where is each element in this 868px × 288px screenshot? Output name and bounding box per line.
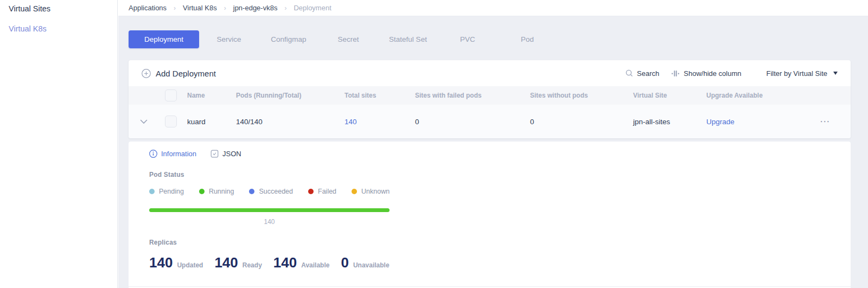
breadcrumb: Applications › Virtual K8s › jpn-edge-vk… — [118, 0, 868, 16]
pending-dot-icon — [149, 189, 155, 194]
show-hide-column-button[interactable]: Show/hide column — [671, 69, 741, 78]
stat-label: Updated — [177, 261, 203, 269]
sidebar-item-virtual-sites[interactable]: Virtual Sites — [9, 4, 108, 13]
search-label: Search — [637, 69, 659, 78]
tab-pod[interactable]: Pod — [497, 30, 557, 48]
column-name: Name — [183, 92, 232, 99]
tab-deployment[interactable]: Deployment — [129, 30, 199, 48]
sidebar: Virtual Sites Virtual K8s — [0, 0, 118, 288]
resource-tabs: Deployment Service Configmap Secret Stat… — [118, 30, 868, 48]
show-hide-column-label: Show/hide column — [684, 69, 741, 78]
cell-virtual-site: jpn-all-sites — [629, 118, 702, 126]
legend-label: Succeeded — [259, 188, 293, 195]
legend-item-unknown: Unknown — [352, 188, 390, 195]
tab-configmap[interactable]: Configmap — [259, 30, 318, 48]
stat-value: 140 — [273, 254, 297, 271]
circled-plus-icon — [142, 69, 151, 78]
column-sites-without: Sites without pods — [526, 92, 629, 99]
legend-item-pending: Pending — [149, 188, 184, 195]
cell-name: kuard — [183, 118, 232, 126]
row-expand-toggle[interactable] — [140, 119, 148, 124]
tab-service[interactable]: Service — [199, 30, 259, 48]
tab-stateful-set[interactable]: Stateful Set — [378, 30, 438, 48]
detail-tab-information[interactable]: Information — [149, 150, 196, 158]
info-circle-icon — [149, 150, 157, 158]
breadcrumb-virtual-k8s[interactable]: Virtual K8s — [183, 4, 217, 12]
table-row: kuard 140/140 140 0 0 jpn-all-sites Upgr… — [129, 105, 851, 138]
deployment-table-card: Add Deployment Search — [129, 60, 851, 138]
replicas-stats: 140 Updated 140 Ready 140 Available 0 Un… — [149, 254, 838, 271]
detail-tab-json[interactable]: JSON — [210, 150, 241, 158]
failed-dot-icon — [308, 189, 314, 194]
tab-pvc[interactable]: PVC — [438, 30, 497, 48]
add-deployment-label: Add Deployment — [156, 69, 216, 78]
pod-status-bar-wrap: 140 — [149, 208, 390, 226]
pod-status-legend: Pending Running Succeeded Failed Unknown — [149, 188, 838, 195]
unknown-dot-icon — [352, 189, 357, 194]
legend-label: Unknown — [361, 188, 390, 195]
table-toolbar: Add Deployment Search — [129, 60, 851, 86]
search-button[interactable]: Search — [626, 69, 659, 78]
pod-status-bar — [149, 208, 390, 212]
row-actions-menu[interactable]: ⋯ — [783, 119, 851, 124]
app-root: Virtual Sites Virtual K8s Applications ›… — [0, 0, 868, 288]
detail-divider — [129, 286, 851, 287]
legend-label: Pending — [159, 188, 184, 195]
chevron-down-icon — [140, 119, 148, 124]
stat-unavailable: 0 Unavailable — [341, 254, 389, 271]
filter-by-virtual-site-dropdown[interactable]: Filter by Virtual Site — [767, 69, 838, 78]
stat-available: 140 Available — [273, 254, 330, 271]
legend-label: Failed — [318, 188, 336, 195]
breadcrumb-deployment: Deployment — [293, 4, 331, 12]
stat-updated: 140 Updated — [149, 254, 203, 271]
detail-tab-information-label: Information — [161, 150, 196, 158]
table-tools: Search Show/hide column — [626, 69, 838, 78]
replicas-title: Replicas — [149, 239, 838, 246]
main-content: Applications › Virtual K8s › jpn-edge-vk… — [118, 0, 868, 288]
stat-value: 0 — [341, 254, 348, 271]
document-icon — [210, 150, 219, 158]
triangle-down-icon — [833, 72, 838, 75]
cell-total-sites-link[interactable]: 140 — [340, 118, 411, 126]
breadcrumb-separator-icon: › — [174, 4, 176, 12]
ellipsis-icon: ⋯ — [820, 116, 831, 127]
upgrade-link[interactable]: Upgrade — [702, 118, 783, 126]
running-dot-icon — [199, 189, 205, 194]
column-pods: Pods (Running/Total) — [232, 92, 340, 99]
pod-status-bar-value: 140 — [149, 218, 390, 226]
column-sites-failed: Sites with failed pods — [411, 92, 526, 99]
table-header-row: Name Pods (Running/Total) Total sites Si… — [129, 86, 851, 105]
cell-sites-without: 0 — [526, 118, 629, 126]
stat-value: 140 — [149, 254, 173, 271]
legend-label: Running — [209, 188, 234, 195]
add-deployment-button[interactable]: Add Deployment — [142, 69, 216, 78]
stat-label: Available — [301, 261, 329, 269]
stat-value: 140 — [214, 254, 238, 271]
columns-icon — [671, 70, 680, 77]
legend-item-succeeded: Succeeded — [249, 188, 293, 195]
stat-ready: 140 Ready — [214, 254, 261, 271]
stat-label: Unavailable — [353, 261, 390, 269]
column-virtual-site: Virtual Site — [629, 92, 702, 99]
column-upgrade: Upgrade Available — [702, 92, 783, 99]
succeeded-dot-icon — [249, 189, 254, 194]
cell-sites-failed: 0 — [411, 118, 526, 126]
select-all-checkbox[interactable] — [165, 89, 177, 101]
stat-label: Ready — [242, 261, 262, 269]
tab-secret[interactable]: Secret — [318, 30, 378, 48]
sidebar-item-virtual-k8s[interactable]: Virtual K8s — [9, 24, 108, 33]
cell-pods: 140/140 — [232, 118, 340, 126]
row-checkbox[interactable] — [165, 116, 177, 127]
breadcrumb-separator-icon: › — [224, 4, 226, 12]
row-detail-panel: Information JSON Pod Status Pendi — [129, 142, 851, 288]
search-icon — [626, 69, 633, 77]
legend-item-failed: Failed — [308, 188, 336, 195]
legend-item-running: Running — [199, 188, 234, 195]
breadcrumb-jpn-edge-vk8s[interactable]: jpn-edge-vk8s — [233, 4, 278, 12]
breadcrumb-applications[interactable]: Applications — [129, 4, 167, 12]
filter-label: Filter by Virtual Site — [767, 69, 827, 78]
detail-tab-json-label: JSON — [222, 150, 241, 158]
detail-tabs: Information JSON — [149, 150, 838, 158]
pod-status-title: Pod Status — [149, 171, 838, 178]
breadcrumb-separator-icon: › — [284, 4, 286, 12]
